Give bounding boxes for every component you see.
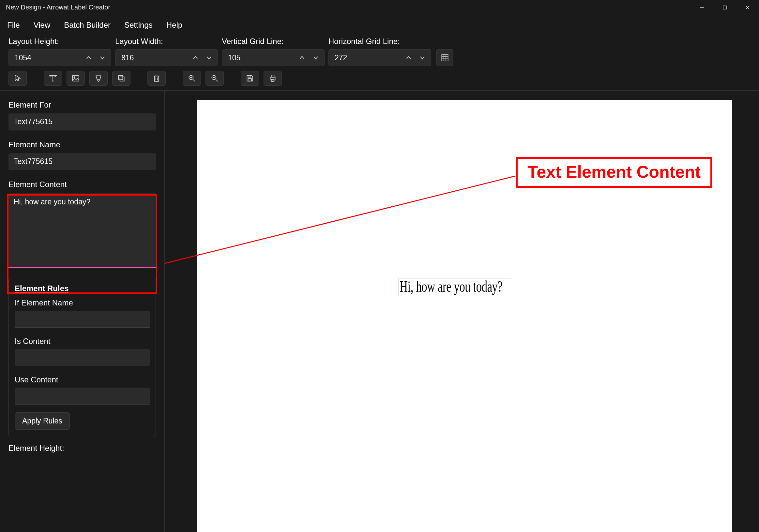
svg-line-14 xyxy=(193,79,195,82)
layout-width-field: Layout Width: 816 xyxy=(115,37,218,66)
chevron-up-icon[interactable] xyxy=(85,54,93,61)
hgrid-spinner[interactable]: 272 xyxy=(329,49,431,66)
svg-rect-12 xyxy=(120,77,124,81)
svg-rect-22 xyxy=(270,77,275,80)
svg-rect-9 xyxy=(72,75,79,81)
layout-width-spinner[interactable]: 816 xyxy=(115,49,218,66)
menubar: File View Batch Builder Settings Help xyxy=(0,15,759,37)
maximize-button[interactable] xyxy=(713,0,736,15)
svg-line-18 xyxy=(216,79,218,82)
svg-rect-24 xyxy=(271,79,274,82)
properties-sidebar: Element For Element Name Element Content… xyxy=(0,91,165,532)
chevron-down-icon[interactable] xyxy=(312,54,320,61)
toolbar xyxy=(0,71,759,90)
zoom-in-icon xyxy=(187,74,196,83)
menu-batch-builder[interactable]: Batch Builder xyxy=(64,20,110,30)
main-area: Element For Element Name Element Content… xyxy=(0,90,759,532)
text-tool[interactable] xyxy=(44,71,62,86)
window-title: New Design - Arrowat Label Creator xyxy=(6,4,110,11)
element-name-input[interactable] xyxy=(9,153,156,170)
element-for-label: Element For xyxy=(9,100,156,109)
hgrid-value: 272 xyxy=(335,54,403,62)
save-icon xyxy=(246,74,254,83)
element-for-input[interactable] xyxy=(9,113,156,131)
chevron-down-icon[interactable] xyxy=(99,54,106,61)
svg-rect-11 xyxy=(118,75,123,80)
shape-tool[interactable] xyxy=(89,71,108,86)
canvas-text-element[interactable]: Hi, how are you today? xyxy=(400,278,502,295)
use-content-input[interactable] xyxy=(15,388,150,404)
layout-width-value: 816 xyxy=(121,54,189,62)
is-content-label: Is Content xyxy=(15,337,150,346)
chevron-down-icon[interactable] xyxy=(205,54,213,61)
svg-rect-4 xyxy=(442,55,448,61)
close-button[interactable] xyxy=(736,0,759,15)
svg-rect-20 xyxy=(248,75,251,77)
cursor-tool[interactable] xyxy=(9,71,27,86)
vgrid-value: 105 xyxy=(228,54,296,62)
if-element-name-input[interactable] xyxy=(15,311,150,327)
element-height-label: Element Height: xyxy=(9,444,156,453)
chevron-up-icon[interactable] xyxy=(298,54,306,61)
if-element-name-label: If Element Name xyxy=(15,298,150,307)
config-row: Layout Height: 1054 Layout Width: 816 Ve… xyxy=(0,37,759,71)
hgrid-field: Horizontal Grid Line: 272 xyxy=(329,37,431,66)
menu-file[interactable]: File xyxy=(7,20,20,30)
hgrid-label: Horizontal Grid Line: xyxy=(329,37,431,46)
save-tool[interactable] xyxy=(241,71,259,86)
svg-rect-1 xyxy=(723,6,726,9)
zoom-out-tool[interactable] xyxy=(206,71,224,86)
canvas-area: Hi, how are you today? Text Element Cont… xyxy=(165,91,759,532)
apply-rules-button[interactable]: Apply Rules xyxy=(15,412,70,430)
chevron-down-icon[interactable] xyxy=(419,54,426,61)
svg-rect-21 xyxy=(248,79,252,81)
layout-height-field: Layout Height: 1054 xyxy=(9,37,111,66)
print-icon xyxy=(268,74,277,83)
svg-point-10 xyxy=(74,77,75,78)
zoom-out-icon xyxy=(210,74,219,83)
svg-rect-23 xyxy=(271,75,274,77)
annotation-label: Text Element Content xyxy=(527,162,700,181)
element-rules-panel: Element Rules If Element Name Is Content… xyxy=(9,278,156,437)
element-rules-title: Element Rules xyxy=(15,284,150,293)
menu-help[interactable]: Help xyxy=(166,20,182,30)
use-content-label: Use Content xyxy=(15,375,150,384)
element-content-input[interactable] xyxy=(9,193,156,268)
layout-height-spinner[interactable]: 1054 xyxy=(9,49,111,66)
layout-height-value: 1054 xyxy=(15,54,83,62)
element-name-label: Element Name xyxy=(9,140,156,149)
vgrid-spinner[interactable]: 105 xyxy=(222,49,325,66)
menu-settings[interactable]: Settings xyxy=(124,20,153,30)
annotation-callout: Text Element Content xyxy=(516,157,712,188)
image-icon xyxy=(71,74,80,83)
layout-width-label: Layout Width: xyxy=(115,37,218,46)
layout-height-label: Layout Height: xyxy=(9,37,111,46)
zoom-in-tool[interactable] xyxy=(183,71,201,86)
copy-icon xyxy=(117,74,126,83)
grid-icon xyxy=(441,54,449,62)
trash-icon xyxy=(152,74,161,83)
vgrid-label: Vertical Grid Line: xyxy=(222,37,325,46)
delete-tool[interactable] xyxy=(147,71,166,86)
cursor-icon xyxy=(13,74,22,83)
window-controls xyxy=(691,0,759,15)
is-content-input[interactable] xyxy=(15,349,150,366)
image-tool[interactable] xyxy=(66,71,85,86)
app-window: New Design - Arrowat Label Creator File … xyxy=(0,0,759,532)
titlebar: New Design - Arrowat Label Creator xyxy=(0,0,759,15)
menu-view[interactable]: View xyxy=(34,20,51,30)
bucket-icon xyxy=(94,74,103,83)
chevron-up-icon[interactable] xyxy=(191,54,199,61)
vgrid-field: Vertical Grid Line: 105 xyxy=(222,37,325,66)
text-icon xyxy=(49,74,57,83)
print-tool[interactable] xyxy=(263,71,282,86)
element-content-label: Element Content xyxy=(9,180,156,189)
grid-toggle-button[interactable] xyxy=(436,49,453,66)
chevron-up-icon[interactable] xyxy=(405,54,413,61)
copy-tool[interactable] xyxy=(112,71,131,86)
minimize-button[interactable] xyxy=(691,0,713,15)
